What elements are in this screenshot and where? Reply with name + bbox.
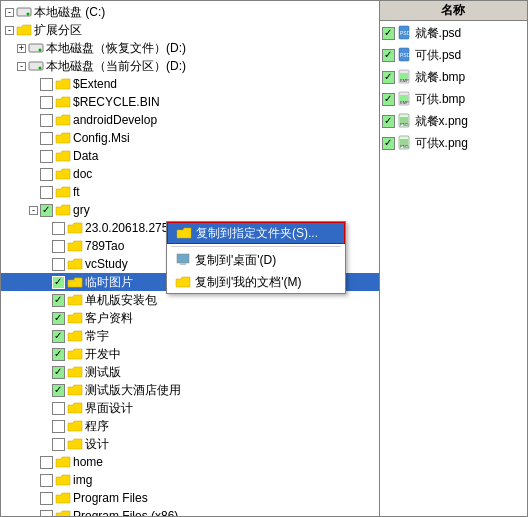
svg-point-1 [27, 13, 30, 16]
checkbox-jiu-psd[interactable] [382, 27, 395, 40]
tree-item-chengxu[interactable]: 程序 [1, 417, 379, 435]
checkbox-ft[interactable] [40, 186, 53, 199]
checkbox-gry[interactable] [40, 204, 53, 217]
tree-item-jmian[interactable]: 界面设计 [1, 399, 379, 417]
checkbox-chengxu[interactable] [52, 420, 65, 433]
tree-item-d-current[interactable]: - 本地磁盘（当前分区）(D:) [1, 57, 379, 75]
folder-icon-android [55, 113, 71, 127]
checkbox-ceshiban[interactable] [52, 366, 65, 379]
folder-icon-home [55, 455, 71, 469]
right-item-ke-psd[interactable]: PSD 可供.psd [382, 45, 525, 65]
tree-label-img: img [73, 473, 92, 487]
tree-item-data[interactable]: Data [1, 147, 379, 165]
checkbox-ke-psd[interactable] [382, 49, 395, 62]
expand-icon-expand[interactable]: - [5, 26, 14, 35]
tree-label-extend: $Extend [73, 77, 117, 91]
checkbox-789tao[interactable] [52, 240, 65, 253]
checkbox-jiu-png[interactable] [382, 115, 395, 128]
tree-item-local-c[interactable]: - 本地磁盘 (C:) [1, 3, 379, 21]
folder-icon-ft [55, 185, 71, 199]
menu-item-copy-to-desktop[interactable]: 复制到'桌面'(D) [167, 249, 345, 271]
tree-item-home[interactable]: home [1, 453, 379, 471]
folder-icon-danjiban [67, 293, 83, 307]
checkbox-kehu[interactable] [52, 312, 65, 325]
right-item-jiu-png[interactable]: PNG 就餐x.png [382, 111, 525, 131]
checkbox-jiu-bmp[interactable] [382, 71, 395, 84]
checkbox-img[interactable] [40, 474, 53, 487]
tree-label-d-restore: 本地磁盘（恢复文件）(D:) [46, 40, 186, 57]
file-icon-jiu-psd: PSD [397, 25, 413, 41]
drive-icon-c [16, 5, 32, 19]
checkbox-extend[interactable] [40, 78, 53, 91]
tree-item-kaifa[interactable]: 开发中 [1, 345, 379, 363]
expand-icon-c[interactable]: - [5, 8, 14, 17]
checkbox-kaifa[interactable] [52, 348, 65, 361]
tree-item-extend[interactable]: $Extend [1, 75, 379, 93]
tree-item-android[interactable]: androidDevelop [1, 111, 379, 129]
file-name-jiu-bmp: 就餐.bmp [415, 69, 466, 86]
checkbox-ceshi-hotel[interactable] [52, 384, 65, 397]
tree-label-gry: gry [73, 203, 90, 217]
tree-item-d-restore[interactable]: + 本地磁盘（恢复文件）(D:) [1, 39, 379, 57]
checkbox-config[interactable] [40, 132, 53, 145]
checkbox-vcstudy[interactable] [52, 258, 65, 271]
checkbox-ver[interactable] [52, 222, 65, 235]
folder-icon-expand [16, 23, 32, 37]
tree-label-data: Data [73, 149, 98, 163]
expand-icon-gry[interactable]: - [29, 206, 38, 215]
checkbox-changyu[interactable] [52, 330, 65, 343]
checkbox-pf86[interactable] [40, 510, 53, 517]
tree-item-recycle[interactable]: $RECYCLE.BIN [1, 93, 379, 111]
checkbox-danjiban[interactable] [52, 294, 65, 307]
menu-label-copy-to-docs: 复制到'我的文档'(M) [195, 274, 302, 291]
tree-item-sheji[interactable]: 设计 [1, 435, 379, 453]
tree-item-changyu[interactable]: 常宇 [1, 327, 379, 345]
svg-rect-6 [177, 254, 189, 263]
file-icon-jiu-bmp: BMP [397, 69, 413, 85]
tree-item-config[interactable]: Config.Msi [1, 129, 379, 147]
checkbox-data[interactable] [40, 150, 53, 163]
tree-label-pf: Program Files [73, 491, 148, 505]
menu-item-copy-to-folder[interactable]: 复制到指定文件夹(S)... [167, 222, 345, 244]
folder-icon-ver [67, 221, 83, 235]
checkbox-jmian[interactable] [52, 402, 65, 415]
tree-label-d-current: 本地磁盘（当前分区）(D:) [46, 58, 186, 75]
file-name-ke-png: 可供x.png [415, 135, 468, 152]
checkbox-home[interactable] [40, 456, 53, 469]
tree-label-c: 本地磁盘 (C:) [34, 4, 105, 21]
tree-item-pf86[interactable]: Program Files (x86) [1, 507, 379, 516]
checkbox-ke-bmp[interactable] [382, 93, 395, 106]
tree-item-kehu[interactable]: 客户资料 [1, 309, 379, 327]
tree-item-gry[interactable]: - gry [1, 201, 379, 219]
menu-separator [171, 246, 341, 247]
folder-icon-kehu [67, 311, 83, 325]
svg-rect-7 [180, 263, 186, 265]
checkbox-sheji[interactable] [52, 438, 65, 451]
folder-icon-pf [55, 491, 71, 505]
expand-icon-d-current[interactable]: - [17, 62, 26, 71]
checkbox-linshi[interactable] [52, 276, 65, 289]
checkbox-recycle[interactable] [40, 96, 53, 109]
tree-item-ft[interactable]: ft [1, 183, 379, 201]
right-item-jiu-bmp[interactable]: BMP 就餐.bmp [382, 67, 525, 87]
svg-text:BMP: BMP [400, 100, 409, 105]
tree-item-doc[interactable]: doc [1, 165, 379, 183]
menu-item-copy-to-docs[interactable]: 复制到'我的文档'(M) [167, 271, 345, 293]
right-item-jiu-psd[interactable]: PSD 就餐.psd [382, 23, 525, 43]
tree-item-img[interactable]: img [1, 471, 379, 489]
file-name-jiu-psd: 就餐.psd [415, 25, 462, 42]
tree-label-changyu: 常宇 [85, 328, 109, 345]
tree-item-ceshi-hotel[interactable]: 测试版大酒店使用 [1, 381, 379, 399]
checkbox-pf[interactable] [40, 492, 53, 505]
right-item-ke-bmp[interactable]: BMP 可供.bmp [382, 89, 525, 109]
checkbox-ke-png[interactable] [382, 137, 395, 150]
checkbox-doc[interactable] [40, 168, 53, 181]
right-item-ke-png[interactable]: PNG 可供x.png [382, 133, 525, 153]
tree-item-pf[interactable]: Program Files [1, 489, 379, 507]
tree-item-expand[interactable]: - 扩展分区 [1, 21, 379, 39]
file-name-ke-psd: 可供.psd [415, 47, 462, 64]
folder-icon-jmian [67, 401, 83, 415]
tree-item-ceshiban[interactable]: 测试版 [1, 363, 379, 381]
expand-icon-d-restore[interactable]: + [17, 44, 26, 53]
checkbox-android[interactable] [40, 114, 53, 127]
